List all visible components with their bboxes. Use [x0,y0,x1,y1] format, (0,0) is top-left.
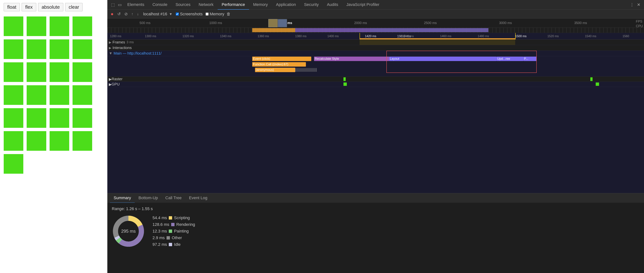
clear-recording-icon[interactable]: ⊘ [123,11,129,17]
url-display: localhost #16 [143,12,167,16]
grid-item [50,108,69,128]
gpu-row[interactable]: ▶ GPU [107,82,644,87]
idle-label: Idle [174,242,180,247]
layout-label: Layout [390,57,399,61]
bottom-tabs: Summary Bottom-Up Call Tree Event Log [107,193,644,203]
raster-triangle[interactable]: ▶ [109,77,112,81]
interactions-row[interactable]: ▶ Interactions [107,45,644,51]
update-tree-block[interactable]: Upd...ree [496,57,523,61]
other-label: Other [172,236,182,240]
frames-row[interactable]: ▶ Frames 3 ms [107,39,644,45]
grid-item [72,62,92,82]
function-call-block[interactable]: Function Call ((index):67) [252,62,306,67]
empty-timeline-space [107,87,644,193]
flame-row-2: Function Call ((index):67) [107,62,644,67]
idle-value: 97.2 ms [152,242,167,247]
tab-sources[interactable]: Sources [171,0,194,10]
save-profile-icon[interactable]: ↓ [136,11,140,17]
tab-call-tree[interactable]: Call Tree [162,193,185,203]
ruler-500: 500 ms [140,21,150,25]
tab-network[interactable]: Network [194,0,218,10]
interactions-triangle[interactable]: ▶ [109,46,112,50]
url-dropdown-icon[interactable]: ▾ [168,11,173,17]
tab-application[interactable]: Application [272,0,300,10]
grid-item [72,85,92,105]
detail-1300: 1300 ms [145,34,156,38]
button-bar: float flex absolute clear [4,3,104,11]
float-button[interactable]: float [4,3,20,11]
clear-button[interactable]: clear [65,3,82,11]
trash-icon[interactable]: 🗑 [226,12,230,16]
tab-memory[interactable]: Memory [249,0,272,10]
detail-1280: 1280 ms [110,34,122,38]
detail-1480: 1480 ms [478,34,489,38]
main-header[interactable]: ▼ Main — http://localhost:1111/ [107,51,644,56]
tab-security[interactable]: Security [300,0,323,10]
flex-button[interactable]: flex [22,3,36,11]
tab-performance[interactable]: Performance [218,0,249,10]
grid-item [4,16,23,36]
detail-ruler[interactable]: 1280 ms 1300 ms 1320 ms 1340 ms 1360 ms … [107,33,644,39]
rendering-value: 128.6 ms [152,222,169,227]
raster-block-1 [344,77,346,81]
green-grid [4,16,104,174]
left-panel: float flex absolute clear [0,0,107,273]
tab-bottom-up[interactable]: Bottom-Up [135,193,162,203]
tab-js-profiler[interactable]: JavaScript Profiler [342,0,384,10]
tab-event-log[interactable]: Event Log [185,193,211,203]
event-click-block[interactable]: Event (click) [252,57,311,61]
detail-1320: 1320 ms [182,34,194,38]
tab-summary[interactable]: Summary [110,193,135,203]
donut-label: 295 ms [121,229,136,234]
more-options-icon[interactable]: ⋮ [628,2,636,8]
raster-label: Raster [112,77,122,81]
ruler-2000: 2000 ms [354,21,367,25]
anonymous-block[interactable]: (anonymous) [255,68,295,72]
devtools-inspect-icon[interactable]: ⬚ [110,2,116,8]
idle-color [169,243,172,246]
grid-item [4,85,23,105]
painting-color [169,230,172,233]
ruler-3000: 3000 ms [499,21,512,25]
gpu-triangle[interactable]: ▶ [109,82,112,87]
devtools-device-icon[interactable]: ▭ [116,2,123,8]
grid-item [27,16,46,36]
screenshots-checkbox[interactable] [176,12,179,15]
raster-row[interactable]: ▶ Raster [107,77,644,82]
frames-triangle[interactable]: ▶ [109,40,112,44]
grid-item [4,154,23,174]
layout-block[interactable]: Layout [389,57,496,61]
tab-audits[interactable]: Audits [323,0,342,10]
detail-1400: 1400 ms [327,34,339,38]
devtools-panel: ⬚ ▭ Elements Console Sources Network Per… [107,0,644,273]
main-triangle[interactable]: ▼ [109,51,112,55]
summary-panel: Range: 1.26 s – 1.55 s 295 ms [107,203,644,273]
grid-item [27,131,46,151]
gpu-block-2 [596,82,599,86]
detail-1420: 1420 ms [365,34,376,38]
grid-item [50,62,69,82]
flame-row-1: Event (click) Recalculate Style Layout U… [107,56,644,62]
grid-item [27,39,46,59]
record-icon[interactable]: ● [110,10,115,17]
tab-console[interactable]: Console [148,0,172,10]
tab-elements[interactable]: Elements [123,0,148,10]
memory-checkbox[interactable] [206,12,208,15]
recalculate-style-block[interactable]: Recalculate Style [314,57,389,61]
main-section: ▼ Main — http://localhost:1111/ Event (c… [107,51,644,77]
interactions-label: Interactions [112,46,132,50]
detail-1500: 1500 ms [515,34,526,38]
grid-item [50,85,69,105]
scripting-label: Scripting [174,216,190,220]
load-profile-icon[interactable]: ↑ [130,11,134,17]
detail-1540: 1540 ms [585,34,596,38]
p-block[interactable]: P... [523,57,537,61]
ruler-3500: 3500 ms [574,21,587,25]
close-devtools-icon[interactable]: ✕ [636,2,642,8]
reload-record-icon[interactable]: ↺ [116,11,122,17]
absolute-button[interactable]: absolute [38,3,63,11]
grid-item [72,16,92,36]
top-ruler[interactable]: 500 ms 1000 ms 1500 ms 2000 ms 2500 ms 3… [107,18,644,28]
function-call-label: Function Call ((index):67) [253,62,288,66]
detail-1520: 1520 ms [548,34,559,38]
